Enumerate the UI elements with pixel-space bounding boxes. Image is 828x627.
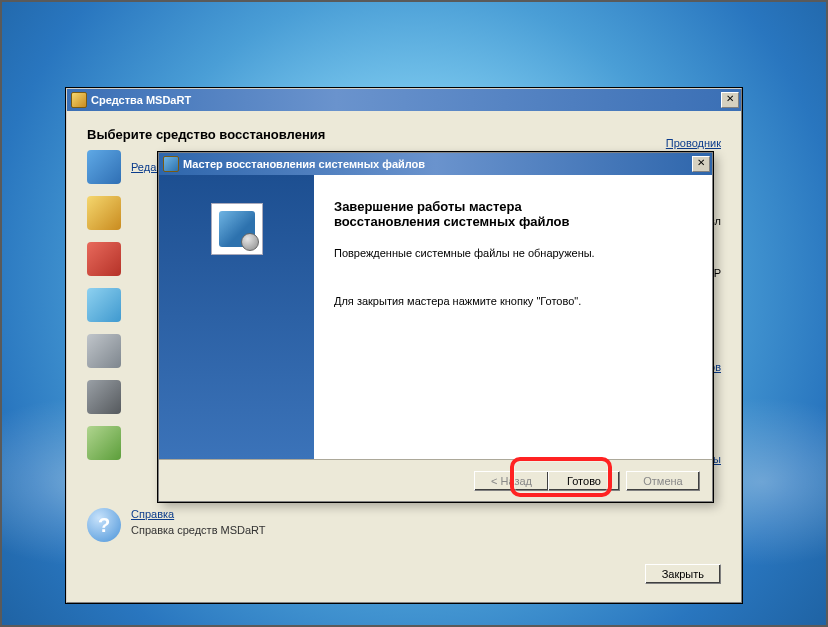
msdart-heading: Выберите средство восстановления [87,127,721,142]
finish-button[interactable]: Готово [548,471,620,491]
wizard-side-icon [211,203,263,255]
wizard-heading-line1: Завершение работы мастера [334,199,522,214]
tool-explorer-label[interactable]: Проводник [666,137,721,149]
close-icon[interactable]: ✕ [721,92,739,108]
msdart-titlebar[interactable]: Средства MSDaRT ✕ [67,89,741,111]
wizard-footer: < Назад Готово Отмена [159,459,712,501]
help-icon [87,508,121,542]
msdart-app-icon [71,92,87,108]
cancel-button[interactable]: Отмена [626,471,700,491]
wizard-window: Мастер восстановления системных файлов ✕… [158,152,713,502]
help-block: Справка Справка средств MSDaRT [87,508,266,542]
locksmith-icon [87,196,121,230]
wizard-titlebar[interactable]: Мастер восстановления системных файлов ✕ [159,153,712,175]
wizard-app-icon [163,156,179,172]
back-button[interactable]: < Назад [474,471,549,491]
wizard-content: Завершение работы мастера восстановления… [314,175,712,459]
wizard-msg1: Поврежденные системные файлы не обнаруже… [334,247,692,259]
wizard-body: Завершение работы мастера восстановления… [159,175,712,459]
wizard-sidebar [159,175,314,459]
crash-analyzer-icon [87,242,121,276]
close-button[interactable]: Закрыть [645,564,721,584]
registry-icon [87,150,121,184]
wizard-heading: Завершение работы мастера восстановления… [334,199,692,229]
sfc-wizard-icon [219,211,255,247]
wizard-title: Мастер восстановления системных файлов [183,158,692,170]
disk-wipe-icon [87,380,121,414]
wizard-msg2: Для закрытия мастера нажмите кнопку "Гот… [334,295,692,307]
wizard-nav-buttons: < Назад Готово [474,471,620,491]
disk-commander-icon [87,334,121,368]
help-desc: Справка средств MSDaRT [131,524,266,536]
close-icon[interactable]: ✕ [692,156,710,172]
msdart-title: Средства MSDaRT [91,94,721,106]
wizard-heading-line2: восстановления системных файлов [334,214,570,229]
file-restore-icon [87,288,121,322]
sfc-icon [87,426,121,460]
help-link[interactable]: Справка [131,508,266,520]
